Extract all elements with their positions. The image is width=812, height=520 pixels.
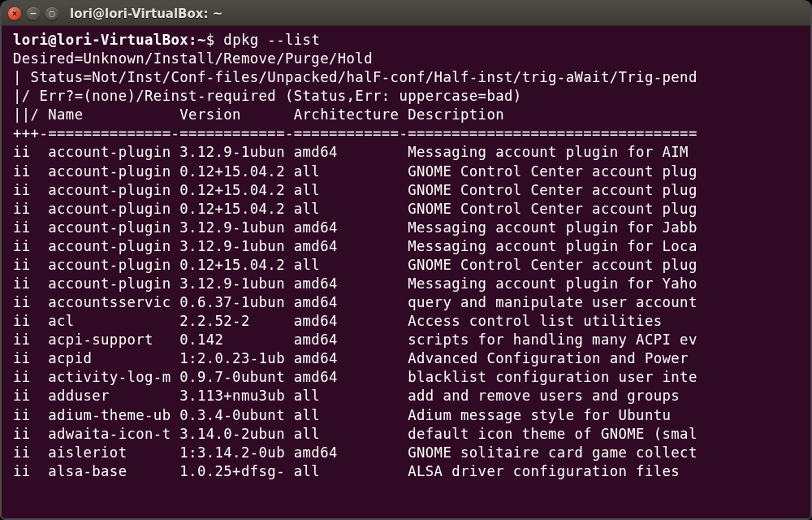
dpkg-header-line-3: |/ Err?=(none)/Reinst-required (Status,E…	[13, 88, 522, 104]
dpkg-separator: +++-==============-============-========…	[13, 125, 698, 141]
maximize-icon: ▢	[50, 9, 55, 18]
dpkg-header-line-2: | Status=Not/Inst/Conf-files/Unpacked/ha…	[13, 69, 698, 85]
package-row: ii acl 2.2.52-2 amd64 Access control lis…	[13, 313, 663, 329]
close-icon: ×	[12, 9, 18, 18]
minimize-icon: –	[31, 9, 37, 18]
package-row: ii alsa-base 1.0.25+dfsg- all ALSA drive…	[13, 463, 680, 479]
package-row: ii account-plugin 3.12.9-1ubun amd64 Mes…	[13, 144, 689, 160]
package-row: ii account-plugin 3.12.9-1ubun amd64 Mes…	[13, 275, 698, 292]
window-buttons: × – ▢	[8, 7, 58, 20]
package-row: ii account-plugin 0.12+15.04.2 all GNOME…	[13, 201, 698, 217]
window-title: lori@lori-VirtualBox: ~	[70, 6, 222, 21]
package-row: ii adwaita-icon-t 3.14.0-2ubun all defau…	[13, 426, 698, 442]
terminal-window: × – ▢ lori@lori-VirtualBox: ~ lori@lori-…	[0, 0, 812, 520]
package-row: ii activity-log-m 0.9.7-0ubunt amd64 bla…	[13, 369, 698, 385]
package-row: ii account-plugin 0.12+15.04.2 all GNOME…	[13, 163, 698, 180]
dpkg-header-line-1: Desired=Unknown/Install/Remove/Purge/Hol…	[13, 50, 373, 67]
minimize-button[interactable]: –	[27, 7, 40, 20]
package-row: ii account-plugin 3.12.9-1ubun amd64 Mes…	[13, 238, 698, 254]
prompt-separator: :	[188, 32, 197, 48]
package-row: ii account-plugin 0.12+15.04.2 all GNOME…	[13, 182, 698, 198]
prompt-path: ~	[197, 32, 206, 48]
prompt-user-host: lori@lori-VirtualBox	[13, 32, 188, 48]
package-row: ii account-plugin 3.12.9-1ubun amd64 Mes…	[13, 219, 698, 236]
package-row: ii adium-theme-ub 0.3.4-0ubunt all Adium…	[13, 407, 671, 423]
command-text: dpkg --list	[223, 32, 320, 48]
package-row: ii acpid 1:2.0.23-1ub amd64 Advanced Con…	[13, 350, 698, 366]
terminal-body[interactable]: lori@lori-VirtualBox:~$ dpkg --list Desi…	[2, 26, 810, 518]
close-button[interactable]: ×	[8, 7, 21, 20]
titlebar[interactable]: × – ▢ lori@lori-VirtualBox: ~	[2, 2, 810, 26]
dpkg-columns: ||/ Name Version Architecture Descriptio…	[13, 106, 504, 123]
package-rows: ii account-plugin 3.12.9-1ubun amd64 Mes…	[13, 143, 802, 480]
package-row: ii account-plugin 0.12+15.04.2 all GNOME…	[13, 257, 698, 273]
package-row: ii acpi-support 0.142 amd64 scripts for …	[13, 332, 698, 348]
package-row: ii adduser 3.113+nmu3ub all add and remo…	[13, 388, 680, 404]
prompt-dollar: $	[206, 32, 215, 48]
package-row: ii aisleriot 1:3.14.2-0ub amd64 GNOME so…	[13, 444, 698, 461]
maximize-button[interactable]: ▢	[45, 7, 58, 20]
package-row: ii accountsservic 0.6.37-1ubun amd64 que…	[13, 294, 698, 310]
